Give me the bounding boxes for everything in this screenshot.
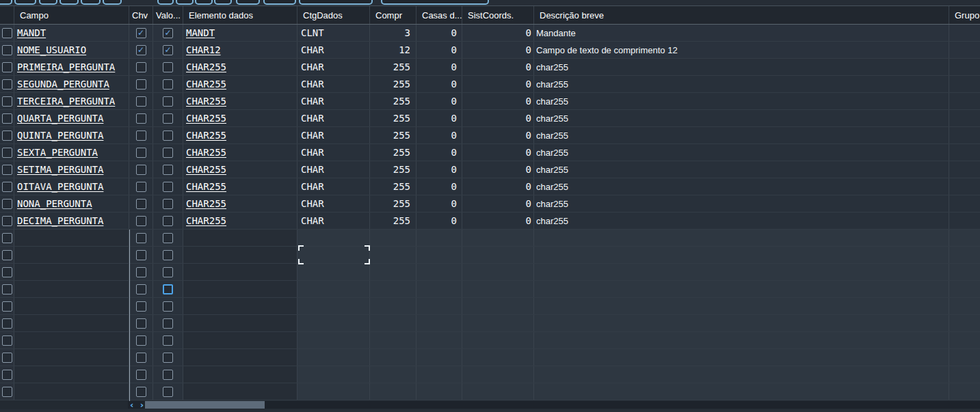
data-element-cell[interactable] <box>183 349 297 366</box>
row-select-checkbox[interactable]: ✓ <box>2 28 12 38</box>
data-element-link[interactable]: CHAR255 <box>186 147 226 158</box>
key-checkbox[interactable]: ✓ <box>136 62 146 72</box>
toolbar-button-cutoff[interactable] <box>381 0 489 5</box>
row-select-checkbox[interactable]: ✓ <box>2 62 12 72</box>
key-checkbox[interactable]: ✓ <box>136 370 146 380</box>
initial-value-checkbox[interactable]: ✓ <box>163 267 173 277</box>
initial-value-checkbox[interactable]: ✓ <box>163 353 173 363</box>
field-name-cell[interactable] <box>14 383 129 400</box>
field-name-cell[interactable] <box>14 366 129 383</box>
column-header-chv[interactable]: Chv <box>129 6 153 24</box>
data-type-cell[interactable] <box>297 281 370 297</box>
key-checkbox[interactable]: ✓ <box>136 353 146 363</box>
key-checkbox[interactable]: ✓ <box>136 284 146 294</box>
key-checkbox[interactable]: ✓ <box>136 131 146 141</box>
scrollbar-thumb[interactable] <box>145 401 265 409</box>
row-select-checkbox[interactable]: ✓ <box>2 370 12 380</box>
scroll-right-icon[interactable]: › <box>140 400 144 410</box>
row-select-checkbox[interactable]: ✓ <box>2 353 12 363</box>
data-element-cell[interactable] <box>183 366 297 383</box>
field-name-link[interactable]: MANDT <box>17 27 46 38</box>
field-name-cell[interactable] <box>14 230 129 246</box>
field-name-cell[interactable] <box>14 264 129 280</box>
toolbar-button-cutoff[interactable] <box>176 0 194 5</box>
data-element-cell[interactable] <box>183 264 297 280</box>
data-element-cell[interactable] <box>183 315 297 331</box>
row-select-checkbox[interactable]: ✓ <box>2 165 12 175</box>
column-header-descricao[interactable]: Descrição breve <box>534 6 949 24</box>
field-name-cell[interactable] <box>14 349 129 366</box>
data-element-cell[interactable] <box>183 298 297 314</box>
field-name-cell[interactable] <box>14 247 129 263</box>
row-select-checkbox[interactable]: ✓ <box>2 96 12 107</box>
initial-value-checkbox[interactable]: ✓ <box>163 301 173 312</box>
row-select-checkbox[interactable]: ✓ <box>2 79 12 90</box>
key-checkbox[interactable]: ✓ <box>136 79 146 90</box>
row-select-checkbox[interactable]: ✓ <box>2 45 12 55</box>
toolbar-button-cutoff[interactable] <box>39 0 57 5</box>
field-name-cell[interactable] <box>14 281 129 297</box>
initial-value-checkbox[interactable]: ✓ <box>163 199 173 209</box>
field-name-cell[interactable] <box>14 315 129 331</box>
field-name-link[interactable]: DECIMA_PERGUNTA <box>17 215 103 226</box>
key-checkbox[interactable]: ✓ <box>136 148 146 158</box>
column-header-valo[interactable]: Valo... <box>153 6 183 24</box>
data-element-link[interactable]: CHAR12 <box>186 44 221 55</box>
initial-value-checkbox[interactable]: ✓ <box>163 79 173 90</box>
initial-value-checkbox[interactable]: ✓ <box>163 370 173 380</box>
row-select-checkbox[interactable]: ✓ <box>2 233 12 243</box>
initial-value-checkbox[interactable]: ✓ <box>163 216 173 226</box>
key-checkbox[interactable]: ✓ <box>136 335 146 346</box>
scroll-left-icon[interactable]: ‹ <box>130 400 133 410</box>
column-header-grupo[interactable]: Grupo <box>949 6 980 24</box>
initial-value-checkbox[interactable]: ✓ <box>163 113 173 124</box>
data-type-cell[interactable] <box>297 298 370 314</box>
data-element-cell[interactable] <box>183 281 297 297</box>
field-name-link[interactable]: OITAVA_PERGUNTA <box>17 181 103 192</box>
key-checkbox[interactable]: ✓ <box>136 28 146 38</box>
initial-value-checkbox[interactable]: ✓ <box>163 182 173 192</box>
data-type-cell[interactable] <box>297 315 370 331</box>
field-name-link[interactable]: QUINTA_PERGUNTA <box>17 130 103 141</box>
toolbar-button-cutoff[interactable] <box>236 0 260 5</box>
data-element-link[interactable]: CHAR255 <box>186 181 226 192</box>
toolbar-button-cutoff[interactable] <box>195 0 213 5</box>
column-header-sist[interactable]: SistCoords. <box>462 6 534 24</box>
initial-value-checkbox[interactable]: ✓ <box>163 318 173 329</box>
toolbar-button-cutoff[interactable] <box>299 0 373 5</box>
initial-value-checkbox[interactable]: ✓ <box>163 96 173 107</box>
key-checkbox[interactable]: ✓ <box>136 318 146 329</box>
initial-value-checkbox[interactable]: ✓ <box>163 131 173 141</box>
initial-value-checkbox[interactable]: ✓ <box>163 62 173 72</box>
toolbar-button-cutoff[interactable] <box>59 0 79 5</box>
key-checkbox[interactable]: ✓ <box>136 113 146 124</box>
column-header-sel[interactable] <box>0 6 14 24</box>
field-name-link[interactable]: SEXTA_PERGUNTA <box>17 147 98 158</box>
toolbar-button-cutoff[interactable] <box>103 0 122 5</box>
key-checkbox[interactable]: ✓ <box>136 301 146 312</box>
row-select-checkbox[interactable]: ✓ <box>2 284 12 294</box>
row-select-checkbox[interactable]: ✓ <box>2 199 12 209</box>
data-type-cell[interactable] <box>297 332 370 348</box>
data-type-cell[interactable] <box>297 383 370 400</box>
data-element-link[interactable]: MANDT <box>186 27 215 38</box>
toolbar-button-cutoff[interactable] <box>214 0 232 5</box>
key-checkbox[interactable]: ✓ <box>136 216 146 226</box>
column-header-compr[interactable]: Compr <box>370 6 416 24</box>
row-select-checkbox[interactable]: ✓ <box>2 301 12 312</box>
column-header-campo[interactable]: Campo <box>14 6 129 24</box>
toolbar-button-cutoff[interactable] <box>0 0 12 5</box>
key-checkbox[interactable]: ✓ <box>136 250 146 260</box>
initial-value-checkbox[interactable]: ✓ <box>163 148 173 158</box>
initial-value-checkbox[interactable]: ✓ <box>163 250 173 260</box>
field-name-link[interactable]: PRIMEIRA_PERGUNTA <box>17 61 115 72</box>
initial-value-checkbox[interactable]: ✓ <box>163 387 173 397</box>
field-name-link[interactable]: NOME_USUARIO <box>17 44 86 55</box>
key-checkbox[interactable]: ✓ <box>136 45 146 55</box>
row-select-checkbox[interactable]: ✓ <box>2 250 12 260</box>
data-element-link[interactable]: CHAR255 <box>186 130 226 141</box>
initial-value-checkbox[interactable]: ✓ <box>163 45 173 55</box>
toolbar-button-cutoff[interactable] <box>81 0 101 5</box>
data-element-link[interactable]: CHAR255 <box>186 164 226 175</box>
key-checkbox[interactable]: ✓ <box>136 182 146 192</box>
